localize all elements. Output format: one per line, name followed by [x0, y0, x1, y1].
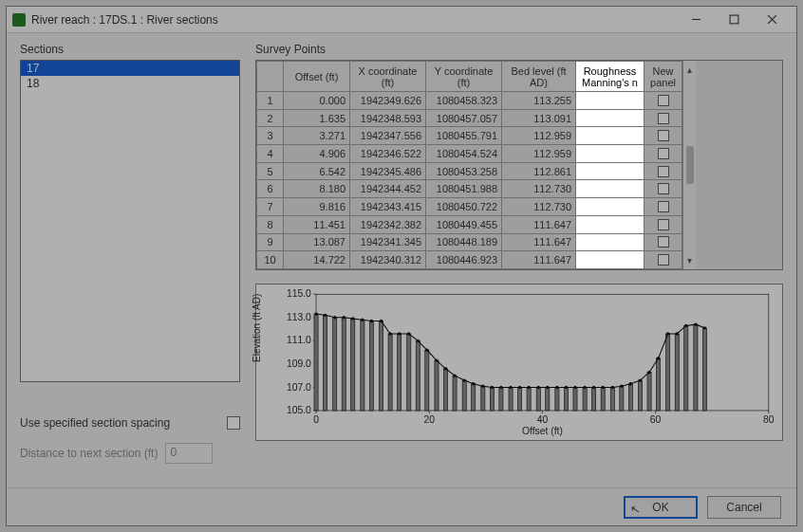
- cell-x[interactable]: 1942342.382: [350, 215, 426, 233]
- cell-x[interactable]: 1942348.593: [350, 109, 426, 127]
- cancel-button[interactable]: Cancel: [707, 496, 781, 519]
- cell-roughness[interactable]: [576, 92, 644, 110]
- cell-newpanel[interactable]: [644, 92, 682, 110]
- grid-header-roughness[interactable]: Roughness Manning's n: [576, 62, 644, 92]
- table-row[interactable]: 68.1801942344.4521080451.988112.730: [257, 180, 682, 198]
- table-row[interactable]: 21.6351942348.5931080457.057113.091: [257, 109, 682, 127]
- cell-x[interactable]: 1942344.452: [350, 180, 426, 198]
- table-row[interactable]: 811.4511942342.3821080449.455111.647: [257, 215, 682, 233]
- cell-bed[interactable]: 111.647: [502, 215, 576, 233]
- cell-y[interactable]: 1080458.323: [426, 92, 502, 110]
- cell-roughness[interactable]: [576, 198, 644, 216]
- cell-newpanel[interactable]: [644, 215, 682, 233]
- cell-offset[interactable]: 8.180: [284, 180, 350, 198]
- cell-offset[interactable]: 14.722: [284, 251, 350, 269]
- cell-bed[interactable]: 113.091: [502, 109, 576, 127]
- cell-x[interactable]: 1942343.415: [350, 198, 426, 216]
- newpanel-checkbox[interactable]: [658, 183, 669, 194]
- cell-offset[interactable]: 11.451: [284, 215, 350, 233]
- survey-grid[interactable]: Offset (ft) X coordinate (ft) Y coordina…: [255, 60, 783, 270]
- cell-offset[interactable]: 9.816: [284, 198, 350, 216]
- scroll-down-icon[interactable]: ▾: [687, 255, 692, 266]
- newpanel-checkbox[interactable]: [658, 148, 669, 159]
- cell-y[interactable]: 1080455.791: [426, 127, 502, 145]
- table-row[interactable]: 10.0001942349.6261080458.323113.255: [257, 92, 682, 110]
- newpanel-checkbox[interactable]: [658, 130, 669, 141]
- grid-header-x[interactable]: X coordinate (ft): [350, 62, 426, 92]
- cell-x[interactable]: 1942341.345: [350, 233, 426, 251]
- newpanel-checkbox[interactable]: [658, 254, 669, 266]
- cell-offset[interactable]: 1.635: [284, 109, 350, 127]
- cell-x[interactable]: 1942340.312: [350, 251, 426, 269]
- cell-newpanel[interactable]: [644, 109, 682, 127]
- cell-offset[interactable]: 13.087: [284, 233, 350, 251]
- table-row[interactable]: 913.0871942341.3451080448.189111.647: [257, 233, 682, 251]
- grid-header-bed[interactable]: Bed level (ft AD): [502, 62, 576, 92]
- cell-bed[interactable]: 112.861: [502, 162, 576, 180]
- maximize-button[interactable]: [715, 9, 753, 31]
- cell-x[interactable]: 1942347.556: [350, 127, 426, 145]
- grid-header-offset[interactable]: Offset (ft): [284, 62, 350, 92]
- cell-newpanel[interactable]: [644, 162, 682, 180]
- cell-bed[interactable]: 112.730: [502, 198, 576, 216]
- cell-newpanel[interactable]: [644, 198, 682, 216]
- sections-listbox[interactable]: 1718: [20, 60, 240, 382]
- cell-y[interactable]: 1080457.057: [426, 109, 502, 127]
- cell-newpanel[interactable]: [644, 233, 682, 251]
- newpanel-checkbox[interactable]: [658, 219, 669, 230]
- table-row[interactable]: 79.8161942343.4151080450.722112.730: [257, 198, 682, 216]
- scroll-thumb[interactable]: [686, 146, 694, 184]
- cell-offset[interactable]: 4.906: [284, 145, 350, 163]
- newpanel-checkbox[interactable]: [658, 166, 669, 177]
- list-item[interactable]: 17: [21, 61, 239, 76]
- table-row[interactable]: 33.2711942347.5561080455.791112.959: [257, 127, 682, 145]
- cell-offset[interactable]: 0.000: [284, 92, 350, 110]
- newpanel-checkbox[interactable]: [658, 113, 669, 124]
- table-row[interactable]: 44.9061942346.5221080454.524112.959: [257, 145, 682, 163]
- use-spacing-checkbox[interactable]: [227, 416, 240, 430]
- cell-bed[interactable]: 113.255: [502, 92, 576, 110]
- cell-bed[interactable]: 112.730: [502, 180, 576, 198]
- cell-roughness[interactable]: [576, 180, 644, 198]
- cell-bed[interactable]: 111.647: [502, 251, 576, 269]
- cell-x[interactable]: 1942346.522: [350, 145, 426, 163]
- grid-scrollbar[interactable]: ▴ ▾: [682, 61, 696, 269]
- table-row[interactable]: 1014.7221942340.3121080446.923111.647: [257, 251, 682, 269]
- cell-roughness[interactable]: [576, 162, 644, 180]
- cell-bed[interactable]: 112.959: [502, 145, 576, 163]
- cell-y[interactable]: 1080449.455: [426, 215, 502, 233]
- cell-bed[interactable]: 111.647: [502, 233, 576, 251]
- cell-x[interactable]: 1942349.626: [350, 92, 426, 110]
- cell-newpanel[interactable]: [644, 127, 682, 145]
- newpanel-checkbox[interactable]: [658, 201, 669, 212]
- grid-header-newpanel[interactable]: New panel: [644, 62, 682, 92]
- table-row[interactable]: 56.5421942345.4861080453.258112.861: [257, 162, 682, 180]
- cell-roughness[interactable]: [576, 233, 644, 251]
- cell-offset[interactable]: 6.542: [284, 162, 350, 180]
- cell-newpanel[interactable]: [644, 251, 682, 269]
- cell-roughness[interactable]: [576, 127, 644, 145]
- cell-y[interactable]: 1080448.189: [426, 233, 502, 251]
- newpanel-checkbox[interactable]: [658, 236, 669, 248]
- cell-y[interactable]: 1080453.258: [426, 162, 502, 180]
- cell-y[interactable]: 1080450.722: [426, 198, 502, 216]
- cell-roughness[interactable]: [576, 145, 644, 163]
- minimize-button[interactable]: [677, 9, 715, 31]
- cell-roughness[interactable]: [576, 109, 644, 127]
- cell-y[interactable]: 1080454.524: [426, 145, 502, 163]
- scroll-up-icon[interactable]: ▴: [687, 64, 692, 75]
- cell-newpanel[interactable]: [644, 180, 682, 198]
- cell-newpanel[interactable]: [644, 145, 682, 163]
- close-button[interactable]: [753, 9, 791, 31]
- cell-bed[interactable]: 112.959: [502, 127, 576, 145]
- grid-header-y[interactable]: Y coordinate (ft): [426, 62, 502, 92]
- list-item[interactable]: 18: [21, 76, 239, 91]
- cell-y[interactable]: 1080451.988: [426, 180, 502, 198]
- newpanel-checkbox[interactable]: [658, 95, 669, 106]
- ok-button[interactable]: ↖ OK: [624, 496, 698, 519]
- cell-offset[interactable]: 3.271: [284, 127, 350, 145]
- cell-roughness[interactable]: [576, 251, 644, 269]
- cell-roughness[interactable]: [576, 215, 644, 233]
- cell-x[interactable]: 1942345.486: [350, 162, 426, 180]
- cell-y[interactable]: 1080446.923: [426, 251, 502, 269]
